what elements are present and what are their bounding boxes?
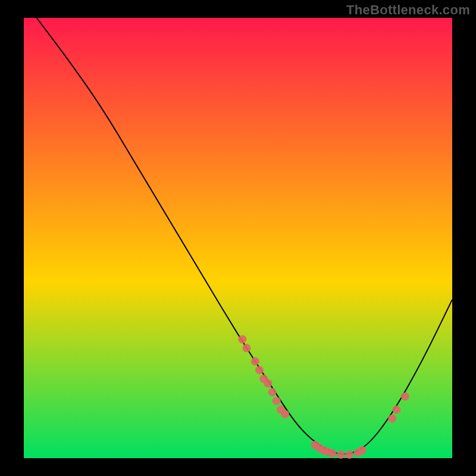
chart-frame: { "watermark": "TheBottleneck.com", "cha… <box>0 0 476 476</box>
data-point <box>255 366 264 374</box>
data-point <box>388 414 396 422</box>
plot-background <box>24 18 452 458</box>
data-point <box>268 388 277 396</box>
data-point <box>264 379 272 387</box>
data-point <box>358 446 367 455</box>
data-point <box>281 410 289 418</box>
data-point <box>273 397 281 405</box>
data-point <box>328 449 336 458</box>
data-point <box>337 450 345 459</box>
data-point <box>392 406 400 414</box>
data-point <box>242 344 250 352</box>
data-point <box>251 357 259 365</box>
data-point <box>345 450 353 459</box>
bottleneck-chart <box>0 0 476 476</box>
data-point <box>401 392 409 400</box>
data-point <box>238 335 246 343</box>
